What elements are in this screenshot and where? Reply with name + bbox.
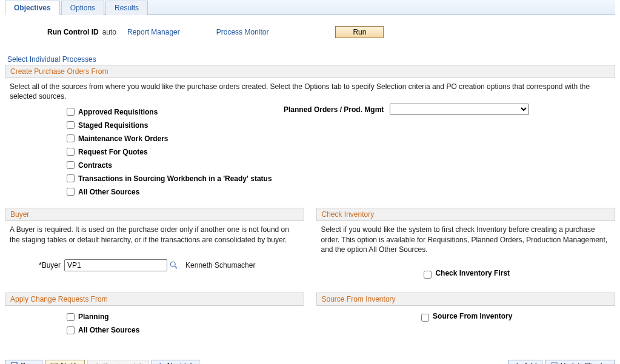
buyer-help: A Buyer is required. It is used on the p… bbox=[10, 225, 299, 244]
previous-tab-button: Previous tab bbox=[87, 360, 149, 364]
approved-requisitions-label: Approved Requisitions bbox=[78, 108, 158, 116]
create-po-help: Select all of the sources from where you… bbox=[10, 82, 610, 101]
select-individual-processes-link[interactable]: Select Individual Processes bbox=[7, 55, 615, 64]
sourcing-workbench-label: Transactions in Sourcing Workbench in a … bbox=[78, 174, 272, 183]
save-button[interactable]: Save bbox=[5, 360, 42, 364]
request-for-quotes-checkbox[interactable] bbox=[67, 148, 75, 156]
create-po-heading: Create Purchase Orders From bbox=[5, 65, 615, 78]
page-root: Objectives Options Results Run Control I… bbox=[0, 0, 620, 364]
lookup-icon[interactable] bbox=[170, 261, 178, 270]
planning-label: Planning bbox=[78, 313, 109, 321]
source-inventory-heading: Source From Inventory bbox=[316, 293, 616, 306]
run-control-label: Run Control ID bbox=[47, 28, 99, 36]
buyer-group: Buyer A Buyer is required. It is used on… bbox=[5, 208, 304, 276]
add-button[interactable]: Add bbox=[508, 360, 542, 364]
notify-label: Notify bbox=[61, 362, 79, 364]
report-manager-link[interactable]: Report Manager bbox=[127, 28, 180, 36]
previous-tab-label: Previous tab bbox=[103, 362, 144, 364]
staged-requisitions-checkbox[interactable] bbox=[67, 121, 75, 129]
check-inventory-first-label: Check Inventory First bbox=[435, 269, 510, 280]
svg-point-0 bbox=[170, 262, 175, 266]
source-inventory-group: Source From Inventory Source From Invent… bbox=[316, 293, 616, 328]
add-label: Add bbox=[524, 362, 536, 364]
apply-all-other-sources-label: All Other Sources bbox=[78, 326, 139, 334]
save-label: Save bbox=[21, 362, 37, 364]
update-display-label: Update/Display bbox=[561, 362, 610, 364]
check-inventory-first-checkbox[interactable] bbox=[424, 271, 432, 279]
footer-toolbar: Save Notify Previous tab Next tab Add bbox=[5, 359, 615, 364]
notify-icon bbox=[50, 362, 58, 364]
apply-change-group: Apply Change Requests From Planning All … bbox=[5, 293, 304, 343]
planning-checkbox[interactable] bbox=[67, 313, 75, 321]
all-other-sources-label: All Other Sources bbox=[78, 188, 139, 196]
next-icon bbox=[157, 362, 165, 364]
save-icon bbox=[10, 362, 18, 364]
run-button[interactable]: Run bbox=[335, 26, 384, 38]
update-display-icon bbox=[550, 362, 558, 364]
buyer-input[interactable] bbox=[64, 259, 167, 271]
svg-line-1 bbox=[175, 266, 178, 269]
planned-orders-label: Planned Orders / Prod. Mgmt bbox=[284, 105, 384, 114]
next-tab-label: Next tab bbox=[167, 362, 195, 364]
planned-orders-row: Planned Orders / Prod. Mgmt bbox=[284, 104, 529, 115]
previous-icon bbox=[93, 362, 101, 364]
run-control-row: Run Control ID auto Report Manager Proce… bbox=[5, 24, 615, 51]
apply-change-heading: Apply Change Requests From bbox=[5, 293, 304, 306]
buyer-heading: Buyer bbox=[5, 208, 304, 221]
tab-results[interactable]: Results bbox=[105, 1, 148, 15]
source-from-inventory-label: Source From Inventory bbox=[433, 312, 512, 323]
update-display-button[interactable]: Update/Display bbox=[545, 360, 615, 364]
tab-options[interactable]: Options bbox=[61, 1, 104, 15]
maintenance-work-orders-checkbox[interactable] bbox=[67, 134, 75, 142]
run-control-value: auto bbox=[102, 28, 116, 36]
check-inventory-heading: Check Inventory bbox=[316, 208, 616, 221]
maintenance-work-orders-label: Maintenance Work Orders bbox=[78, 134, 168, 143]
sourcing-workbench-checkbox[interactable] bbox=[67, 174, 75, 182]
staged-requisitions-label: Staged Requisitions bbox=[78, 121, 148, 130]
add-icon bbox=[513, 362, 521, 364]
contracts-label: Contracts bbox=[78, 161, 112, 170]
notify-button[interactable]: Notify bbox=[45, 360, 85, 364]
process-monitor-link[interactable]: Process Monitor bbox=[216, 28, 269, 36]
apply-all-other-sources-checkbox[interactable] bbox=[67, 326, 75, 334]
contracts-checkbox[interactable] bbox=[67, 161, 75, 169]
all-other-sources-checkbox[interactable] bbox=[67, 188, 75, 196]
create-po-group: Create Purchase Orders From Select all o… bbox=[5, 65, 615, 204]
tab-objectives[interactable]: Objectives bbox=[5, 1, 60, 15]
check-inventory-help: Select if you would like the system to f… bbox=[321, 225, 611, 254]
tab-bar: Objectives Options Results bbox=[5, 0, 615, 15]
check-inventory-group: Check Inventory Select if you would like… bbox=[316, 208, 616, 285]
next-tab-button[interactable]: Next tab bbox=[152, 360, 200, 364]
approved-requisitions-checkbox[interactable] bbox=[67, 108, 75, 116]
request-for-quotes-label: Request For Quotes bbox=[78, 148, 148, 156]
source-from-inventory-checkbox[interactable] bbox=[421, 314, 429, 322]
buyer-name-display: Kenneth Schumacher bbox=[185, 261, 255, 270]
buyer-field-label: *Buyer bbox=[39, 261, 61, 270]
planned-orders-select[interactable] bbox=[390, 104, 529, 115]
